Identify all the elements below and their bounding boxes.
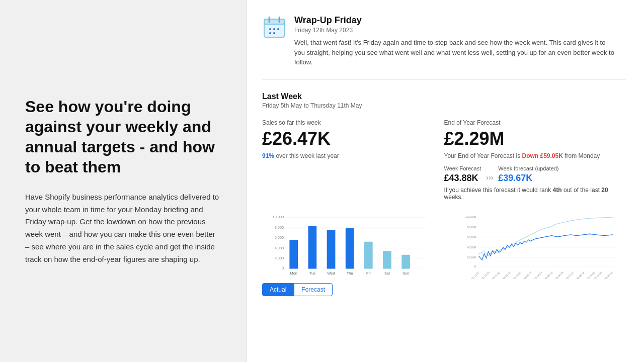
svg-text:2023-05-22: 2023-05-22	[542, 270, 553, 279]
svg-text:2023-08-14: 2023-08-14	[574, 270, 585, 279]
eoy-value: £2.29M	[444, 128, 626, 149]
left-panel: See how you're doing against your weekly…	[0, 0, 247, 362]
svg-text:Tue: Tue	[309, 270, 316, 275]
svg-text:2023-07-17: 2023-07-17	[563, 270, 575, 279]
header-text-group: Wrap-Up Friday Friday 12th May 2023 Well…	[294, 15, 616, 67]
header-date: Friday 12th May 2023	[294, 27, 616, 34]
svg-point-7	[269, 32, 271, 34]
week-forecast-updated-label: Week forecast (updated)	[498, 165, 558, 171]
svg-text:80,000: 80,000	[467, 225, 476, 228]
rank-position: 4th	[553, 187, 562, 194]
svg-text:20,000: 20,000	[467, 255, 476, 258]
svg-rect-1	[264, 19, 284, 24]
eoy-direction: Down	[522, 152, 539, 159]
svg-text:2,000: 2,000	[275, 256, 284, 260]
svg-text:8,000: 8,000	[275, 225, 284, 229]
section-subtitle: Friday 5th May to Thursday 11th May	[262, 102, 626, 109]
bar-chart-svg: 10,000 8,000 6,000 4,000 2,000 0	[262, 214, 437, 279]
svg-text:4,000: 4,000	[275, 245, 284, 250]
svg-point-6	[277, 28, 279, 30]
svg-rect-24	[346, 228, 354, 268]
left-content: See how you're doing against your weekly…	[25, 97, 221, 266]
left-title: See how you're doing against your weekly…	[25, 97, 221, 177]
svg-text:2023-03-27: 2023-03-27	[521, 270, 532, 279]
svg-text:2023-01-02: 2023-01-02	[489, 270, 501, 279]
svg-text:0: 0	[282, 266, 284, 270]
svg-text:Sun: Sun	[403, 270, 409, 275]
svg-text:Mon: Mon	[290, 270, 297, 275]
svg-text:2022-11-07: 2022-11-07	[468, 270, 480, 279]
week-forecast-label: Week Forecast	[444, 165, 481, 171]
eoy-metric-block: End of Year Forecast £2.29M Your End of …	[444, 119, 626, 209]
last-week-section: Last Week Friday 5th May to Thursday 11t…	[262, 92, 626, 296]
svg-rect-23	[327, 230, 336, 268]
svg-rect-25	[364, 241, 373, 268]
sales-sub: 91% over this week last year	[262, 152, 444, 159]
svg-point-4	[269, 28, 271, 30]
svg-text:2023-01-30: 2023-01-30	[500, 270, 511, 279]
line-chart-area: 100,000 80,000 60,000 40,000 20,000 0	[452, 214, 626, 279]
rank-pre: If you achieve this forecast it would ra…	[444, 187, 553, 194]
header-section: Wrap-Up Friday Friday 12th May 2023 Well…	[262, 15, 626, 80]
svg-text:40,000: 40,000	[467, 245, 476, 248]
svg-text:2023-02-27: 2023-02-27	[510, 270, 522, 279]
header-desc: Well, that went fast! It's Friday again …	[294, 38, 616, 67]
eoy-sub-pre: Your End of Year Forecast is	[444, 152, 522, 159]
svg-rect-22	[308, 226, 317, 268]
wrap-up-icon	[262, 15, 286, 39]
eoy-amount: £59.05K	[540, 152, 563, 159]
svg-text:Thu: Thu	[347, 270, 353, 275]
bar-chart-block: 10,000 8,000 6,000 4,000 2,000 0	[262, 214, 437, 296]
svg-text:0: 0	[474, 265, 476, 268]
svg-text:Sat: Sat	[384, 270, 390, 275]
svg-text:2023-04-24: 2023-04-24	[531, 270, 543, 279]
metrics-row: Sales so far this week £26.47K 91% over …	[262, 119, 626, 209]
arrow-right-icon: ›››	[486, 173, 493, 182]
svg-point-5	[273, 28, 275, 30]
rank-text: If you achieve this forecast it would ra…	[444, 187, 626, 201]
line-chart-svg: 100,000 80,000 60,000 40,000 20,000 0	[452, 214, 626, 279]
svg-rect-27	[401, 254, 410, 268]
eoy-label: End of Year Forecast	[444, 119, 626, 126]
sales-sub-rest: over this week last year	[276, 152, 339, 159]
week-forecast-updated-val: £39.67K	[498, 173, 558, 184]
line-chart-block: 100,000 80,000 60,000 40,000 20,000 0	[452, 214, 626, 279]
toggle-forecast-button[interactable]: Forecast	[294, 283, 333, 296]
sales-value: £26.47K	[262, 128, 444, 149]
sales-metric-block: Sales so far this week £26.47K 91% over …	[262, 119, 444, 209]
charts-row: 10,000 8,000 6,000 4,000 2,000 0	[262, 214, 626, 296]
svg-rect-26	[383, 251, 391, 268]
svg-text:2023-10-16: 2023-10-16	[602, 270, 613, 279]
svg-rect-21	[289, 240, 298, 269]
svg-text:2023-06-19: 2023-06-19	[552, 270, 564, 279]
svg-text:6,000: 6,000	[275, 235, 284, 240]
eoy-sub-post: from Monday	[565, 152, 600, 159]
eoy-sub: Your End of Year Forecast is Down £59.05…	[444, 152, 626, 159]
week-forecast-updated-block: Week forecast (updated) £39.67K	[498, 165, 558, 184]
week-forecast-val: £43.88K	[444, 173, 481, 184]
sales-label: Sales so far this week	[262, 119, 444, 126]
left-body: Have Shopify business performance analyt…	[25, 191, 221, 266]
svg-text:10,000: 10,000	[273, 215, 284, 219]
header-title: Wrap-Up Friday	[294, 15, 616, 26]
section-title: Last Week	[262, 92, 626, 101]
week-forecast-block: Week Forecast £43.88K	[444, 165, 481, 184]
svg-text:Fri: Fri	[366, 270, 371, 275]
sales-percent: 91%	[262, 152, 274, 159]
svg-text:Wed: Wed	[327, 270, 335, 275]
rank-mid: out of the last	[564, 187, 601, 194]
rank-weeks: 20	[601, 187, 608, 194]
toggle-actual-button[interactable]: Actual	[262, 283, 294, 296]
bar-chart-area: 10,000 8,000 6,000 4,000 2,000 0	[262, 214, 437, 279]
svg-point-8	[273, 32, 275, 34]
forecast-row: Week Forecast £43.88K ››› Week forecast …	[444, 165, 626, 184]
rank-post: weeks.	[444, 194, 463, 201]
chart-toggle: Actual Forecast	[262, 283, 437, 296]
svg-text:100,000: 100,000	[465, 215, 476, 218]
svg-text:60,000: 60,000	[467, 235, 476, 238]
right-panel: Wrap-Up Friday Friday 12th May 2023 Well…	[247, 0, 644, 362]
svg-text:2022-12-05: 2022-12-05	[478, 270, 490, 279]
